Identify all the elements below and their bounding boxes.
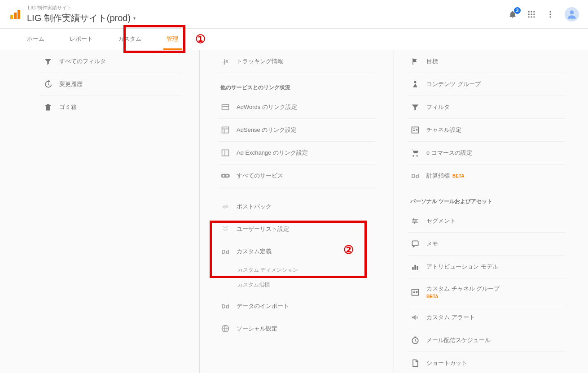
svg-point-9 — [528, 16, 530, 17]
content-group-label: コンテンツ グループ — [426, 80, 481, 88]
change-history-link[interactable]: 変更履歴 — [40, 73, 181, 96]
svg-point-15 — [570, 10, 574, 14]
ga-logo-icon — [9, 8, 22, 21]
mail-schedule-label: メール配信スケジュール — [426, 336, 491, 344]
svg-point-10 — [531, 16, 532, 17]
annotation-number-1: ① — [195, 32, 206, 46]
data-import-label: データのインポート — [237, 302, 289, 310]
view-column: 目標 コンテンツ グループ フィルタ チャネル設定 e コマースの設定 — [394, 50, 588, 373]
ecommerce-link[interactable]: e コマースの設定 — [408, 142, 566, 165]
userlist-label: ユーザーリスト設定 — [237, 225, 289, 233]
all-filters-link[interactable]: すべてのフィルタ — [40, 50, 181, 73]
document-icon — [410, 358, 420, 368]
svg-rect-2 — [18, 10, 20, 19]
view-filter-label: フィルタ — [426, 103, 450, 111]
more-menu-button[interactable] — [546, 10, 555, 19]
svg-rect-38 — [417, 266, 418, 269]
adwords-link[interactable]: AdWords のリンク設定 — [218, 96, 376, 119]
memo-link[interactable]: メモ — [408, 233, 566, 256]
custom-metric-link[interactable]: カスタム指標 — [218, 278, 376, 292]
account-avatar[interactable] — [565, 7, 579, 22]
tab-home[interactable]: ホーム — [14, 28, 57, 50]
dd-icon-2: Dd — [220, 301, 230, 311]
svg-rect-16 — [222, 104, 229, 110]
chevron-down-icon: ▾ — [133, 16, 136, 21]
linking-section-header: 他のサービスとのリンク状況 — [218, 73, 376, 96]
history-icon — [43, 79, 53, 89]
custom-channel-link[interactable]: カスタム チャネル グループ BETA — [408, 278, 566, 306]
property-subtitle: LIG 制作実績サイト — [28, 4, 508, 11]
annotation-number-2: ② — [343, 243, 354, 257]
dd-icon-3: Dd — [410, 171, 420, 181]
svg-rect-18 — [222, 127, 229, 133]
svg-point-11 — [533, 16, 535, 17]
adsense-link[interactable]: AdSense のリンク設定 — [218, 119, 376, 142]
channel-settings-label: チャネル設定 — [426, 126, 461, 134]
account-column: すべてのフィルタ 変更履歴 ゴミ箱 — [0, 50, 200, 373]
svg-rect-36 — [412, 267, 413, 270]
trash-link[interactable]: ゴミ箱 — [40, 96, 181, 118]
content-group-link[interactable]: コンテンツ グループ — [408, 73, 566, 96]
goals-label: 目標 — [426, 57, 438, 65]
userlist-link[interactable]: ユーザーリスト設定 — [218, 218, 376, 240]
postback-link[interactable]: ポストバック — [218, 195, 376, 218]
custom-channel-label: カスタム チャネル グループ — [426, 285, 500, 292]
svg-point-12 — [549, 11, 551, 12]
notifications-button[interactable]: 3 — [508, 10, 517, 19]
channel-icon — [410, 125, 420, 135]
adexchange-icon — [220, 148, 230, 158]
personal-section-header: パーソナル ツールおよびアセット — [408, 187, 566, 210]
shortcut-link[interactable]: ショートカット — [408, 352, 566, 373]
tab-admin[interactable]: 管理 — [154, 28, 191, 50]
memo-icon — [410, 239, 420, 249]
svg-point-6 — [528, 13, 530, 15]
view-selector[interactable]: LIG 制作実績サイト(prod) ▾ — [27, 12, 136, 24]
svg-point-14 — [549, 16, 551, 17]
attribution-link[interactable]: アトリビューション モデル — [408, 256, 566, 278]
custom-dimension-link[interactable]: カスタム ディメンション — [218, 263, 376, 278]
svg-point-4 — [531, 11, 532, 12]
mail-schedule-link[interactable]: メール配信スケジュール — [408, 329, 566, 352]
tab-custom[interactable]: カスタム — [105, 28, 154, 50]
dd-icon: Dd — [220, 247, 230, 256]
svg-rect-23 — [221, 174, 230, 178]
calc-metric-link[interactable]: Dd 計算指標 BETA — [408, 165, 566, 187]
beta-tag-2: BETA — [426, 294, 438, 299]
megaphone-icon — [410, 312, 420, 322]
custom-alert-label: カスタム アラート — [426, 313, 475, 321]
userlist-icon — [220, 224, 230, 234]
globe-icon — [220, 324, 230, 334]
segment-link[interactable]: セグメント — [408, 210, 566, 233]
apps-button[interactable] — [527, 10, 536, 19]
svg-point-24 — [223, 175, 224, 177]
attribution-label: アトリビューション モデル — [426, 263, 498, 271]
all-services-link[interactable]: すべてのサービス — [218, 165, 376, 187]
tracking-info-link[interactable]: .js トラッキング情報 — [218, 50, 376, 73]
data-import-link[interactable]: Dd データのインポート — [218, 295, 376, 317]
link-icon — [220, 171, 230, 181]
attribution-icon — [410, 262, 420, 272]
social-settings-link[interactable]: ソーシャル設定 — [218, 317, 376, 340]
calc-metric-label: 計算指標 — [426, 172, 450, 180]
change-history-label: 変更履歴 — [59, 80, 83, 88]
adwords-icon — [220, 102, 230, 112]
goals-link[interactable]: 目標 — [408, 50, 566, 73]
channel-settings-link[interactable]: チャネル設定 — [408, 119, 566, 142]
ecommerce-label: e コマースの設定 — [426, 149, 472, 157]
custom-def-label: カスタム定義 — [237, 247, 272, 256]
svg-point-5 — [533, 11, 535, 12]
tab-report[interactable]: レポート — [57, 28, 105, 50]
svg-point-13 — [549, 13, 551, 15]
custom-alert-link[interactable]: カスタム アラート — [408, 306, 566, 329]
view-title: LIG 制作実績サイト(prod) — [27, 12, 131, 24]
filter-icon-2 — [410, 102, 420, 112]
adwords-label: AdWords のリンク設定 — [237, 103, 297, 111]
all-services-label: すべてのサービス — [237, 172, 283, 180]
all-filters-label: すべてのフィルタ — [59, 57, 106, 65]
adexchange-link[interactable]: Ad Exchange のリンク設定 — [218, 142, 376, 165]
trash-icon — [43, 102, 53, 112]
trash-label: ゴミ箱 — [59, 103, 77, 111]
view-filter-link[interactable]: フィルタ — [408, 96, 566, 119]
svg-rect-37 — [414, 265, 416, 270]
tracking-info-label: トラッキング情報 — [237, 57, 283, 65]
